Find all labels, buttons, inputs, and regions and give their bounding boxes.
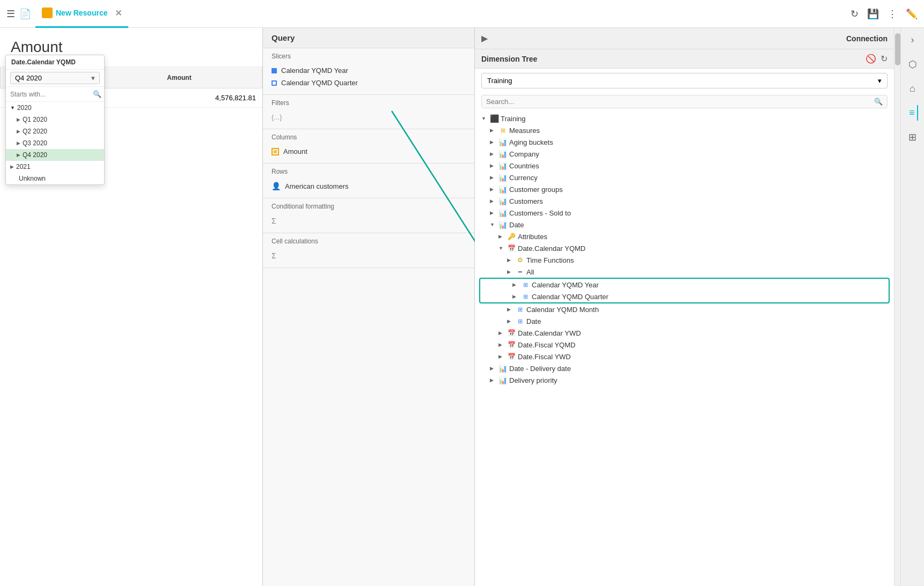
highlighted-items-group: ▶ ⊞ Calendar YQMD Year ▶ ⊞ Calendar YQMD… [479, 278, 890, 303]
refresh-tree-icon[interactable]: ↻ [881, 54, 888, 64]
tree-item-measures[interactable]: ▶ ⊞ Measures [475, 124, 894, 136]
dropdown-item-2020[interactable]: ▼ 2020 [6, 102, 104, 114]
level-icon-date-leaf: ⊞ [516, 317, 524, 325]
dropdown-search-input[interactable] [10, 91, 91, 98]
tree-item-currency[interactable]: ▶ 📊 Currency [475, 172, 894, 183]
dropdown-arrow-icon[interactable]: ▾ [91, 74, 95, 82]
tree-item-cal-year[interactable]: ▶ ⊞ Calendar YQMD Year [480, 279, 889, 291]
tri-aging: ▶ [490, 139, 496, 145]
tri-countries: ▶ [490, 163, 496, 168]
tree-item-cal-month[interactable]: ▶ ⊞ Calendar YQMD Month [475, 303, 894, 315]
row-item-customers[interactable]: 👤 American customers [272, 180, 466, 192]
selected-quarter-label: Q4 2020 [15, 74, 42, 82]
active-tab[interactable]: New Resource ✕ [35, 0, 128, 28]
tab-close-icon[interactable]: ✕ [115, 8, 122, 18]
dropdown-item-2021[interactable]: ▶ 2021 [6, 161, 104, 173]
connection-header: ▶ Connection [475, 28, 894, 49]
sidebar-arrow-icon[interactable]: › [909, 32, 916, 48]
dropdown-item-unknown[interactable]: Unknown [6, 173, 104, 184]
tree-item-company[interactable]: ▶ 📊 Company [475, 148, 894, 160]
measure-node-icon: ⊞ [498, 126, 507, 135]
eye-off-icon[interactable]: 🚫 [866, 54, 876, 64]
q4-2020-label: Q4 2020 [23, 151, 47, 159]
dropdown-item-q3-2020[interactable]: ▶ Q3 2020 [6, 137, 104, 149]
dropdown-selected-value[interactable]: Q4 2020 ▾ [6, 70, 104, 87]
date-cal-ywd-label: Date.Calendar YWD [518, 329, 581, 337]
filter-item[interactable]: {...} [272, 111, 466, 123]
tri-date-leaf: ▶ [507, 318, 514, 324]
search-icon[interactable]: 🔍 [874, 98, 883, 106]
tree-item-time-functions[interactable]: ▶ ⚙ Time Functions [475, 254, 894, 266]
dropdown-search-icon[interactable]: 🔍 [93, 90, 101, 98]
refresh-icon[interactable]: ↻ [850, 8, 859, 20]
save-icon[interactable]: 💾 [867, 8, 879, 20]
training-select[interactable]: Training ▾ [481, 73, 888, 88]
filters-label: Filters [263, 95, 474, 109]
tab-grid-icon [42, 8, 53, 18]
tri-q4: ▶ [17, 152, 20, 158]
cell-amount: 4,576,821.81 [97, 94, 262, 102]
tri-cal-year: ▶ [512, 282, 519, 287]
edit-icon[interactable]: ✏️ [906, 8, 918, 20]
currency-label: Currency [509, 174, 538, 182]
tree-item-delivery-priority[interactable]: ▶ 📊 Delivery priority [475, 374, 894, 386]
slicer-item-year[interactable]: Calendar YQMD Year [272, 64, 466, 77]
dropdown-item-q1-2020[interactable]: ▶ Q1 2020 [6, 114, 104, 125]
attributes-label: Attributes [518, 233, 547, 241]
cond-format-item[interactable]: Σ [272, 214, 466, 227]
tree-item-date[interactable]: ▼ 📊 Date [475, 219, 894, 231]
amount-title: Amount [11, 39, 252, 56]
tri-2021: ▶ [10, 164, 14, 169]
customer-groups-label: Customer groups [509, 186, 563, 194]
tree-item-customers[interactable]: ▶ 📊 Customers [475, 195, 894, 207]
tri-customers: ▶ [490, 198, 496, 204]
tri-q1: ▶ [17, 117, 20, 122]
tree-item-date-cal-yqmd[interactable]: ▼ 📅 Date.Calendar YQMD [475, 242, 894, 254]
rows-content: 👤 American customers [263, 177, 474, 198]
cal-month-label: Calendar YQMD Month [526, 306, 599, 314]
sidebar-shape-icon[interactable]: ⬡ [906, 56, 919, 72]
countries-label: Countries [509, 162, 539, 170]
slicer-item-quarter[interactable]: Calendar YQMD Quarter [272, 77, 466, 89]
hamburger-icon[interactable]: ☰ [6, 8, 15, 20]
delivery-date-label: Date - Delivery date [509, 365, 571, 373]
tree-item-fiscal-ywd[interactable]: ▶ 📅 Date.Fiscal YWD [475, 351, 894, 362]
column-item-amount[interactable]: ▦ Amount [272, 145, 466, 158]
scrollbar-thumb[interactable] [895, 33, 900, 65]
tree-item-aging[interactable]: ▶ 📊 Aging buckets [475, 136, 894, 148]
tree-item-fiscal-yqmd[interactable]: ▶ 📅 Date.Fiscal YQMD [475, 339, 894, 351]
tree-item-all[interactable]: ▶ ━ All [475, 266, 894, 278]
tri-training: ▼ [481, 116, 488, 121]
tree-item-customers-sold[interactable]: ▶ 📊 Customers - Sold to [475, 207, 894, 219]
tree-item-delivery-date[interactable]: ▶ 📊 Date - Delivery date [475, 362, 894, 374]
connection-expand-icon[interactable]: ▶ [481, 33, 488, 43]
tree-item-cal-quarter[interactable]: ▶ ⊞ Calendar YQMD Quarter [480, 291, 889, 302]
sidebar-grid-icon[interactable]: ⊞ [906, 129, 919, 145]
tree-item-training[interactable]: ▼ ⬛ Training [475, 113, 894, 124]
sidebar-list-icon[interactable]: ≡ [907, 105, 918, 121]
tree-item-date-leaf[interactable]: ▶ ⊞ Date [475, 315, 894, 327]
cell-calc-content: Σ [263, 247, 474, 268]
slicer-quarter-label: Calendar YQMD Quarter [281, 79, 358, 87]
tree-item-date-cal-ywd[interactable]: ▶ 📅 Date.Calendar YWD [475, 327, 894, 339]
sidebar-home-icon[interactable]: ⌂ [907, 81, 918, 97]
hier-priority-icon: 📊 [498, 376, 507, 384]
cond-format-section: Conditional formatting Σ [263, 198, 474, 233]
dropdown-item-q4-2020[interactable]: ▶ Q4 2020 [6, 149, 104, 161]
new-doc-icon[interactable]: 📄 [19, 8, 31, 20]
tri-customers-sold: ▶ [490, 210, 496, 216]
tree-item-customer-groups[interactable]: ▶ 📊 Customer groups [475, 183, 894, 195]
tri-priority: ▶ [490, 377, 496, 383]
rows-section: Rows 👤 American customers [263, 164, 474, 198]
dropdown-item-q2-2020[interactable]: ▶ Q2 2020 [6, 125, 104, 137]
all-label: All [526, 268, 534, 276]
query-title: Query [263, 28, 474, 48]
tree-item-countries[interactable]: ▶ 📊 Countries [475, 160, 894, 172]
more-options-icon[interactable]: ⋮ [888, 8, 897, 20]
tri-delivery: ▶ [490, 366, 496, 371]
tri-q2: ▶ [17, 129, 20, 134]
cell-calc-item[interactable]: Σ [272, 249, 466, 262]
fiscal-ywd-icon: 📅 [507, 352, 516, 361]
tree-item-attributes[interactable]: ▶ 🔑 Attributes [475, 231, 894, 242]
search-input[interactable] [486, 98, 874, 106]
